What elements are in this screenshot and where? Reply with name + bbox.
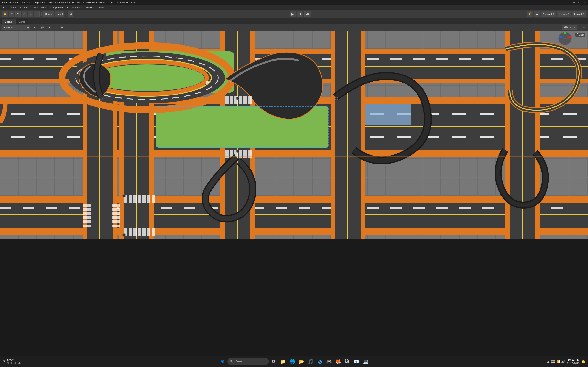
taskbar-app-3[interactable]: 🎮	[325, 357, 333, 366]
task-view-button[interactable]: ⧉	[270, 357, 278, 366]
svg-rect-141	[133, 195, 137, 203]
pivot-center-button[interactable]: Center	[43, 11, 54, 17]
menu-assets[interactable]: Assets	[18, 6, 29, 9]
tab-game[interactable]: Game	[15, 19, 28, 24]
grid-overlay-toggle[interactable]: ⊞	[60, 25, 65, 30]
taskbar-file-explorer[interactable]: 📁	[279, 357, 287, 366]
menu-gameobject[interactable]: GameObject	[30, 6, 48, 9]
menu-edit[interactable]: Edit	[10, 6, 18, 9]
svg-rect-169	[243, 96, 247, 104]
layers-chevron-icon: ▾	[568, 12, 569, 15]
close-button[interactable]: ✕	[582, 0, 586, 5]
step-button[interactable]: ⏭	[304, 11, 311, 17]
account-dropdown[interactable]: Account ▾	[541, 11, 556, 17]
scene-tabs: Scene Game	[0, 18, 588, 24]
scale-tool-button[interactable]: ⤢	[22, 11, 27, 17]
hand-tool-button[interactable]: ✋	[2, 11, 8, 17]
svg-rect-151	[147, 227, 150, 236]
pivot-local-button[interactable]: Local	[55, 11, 64, 17]
svg-rect-72	[390, 58, 402, 60]
taskbar-app-2[interactable]: ◎	[316, 357, 324, 366]
notification-icon[interactable]: 🔔	[581, 360, 585, 363]
2d-toggle[interactable]: 2D	[31, 25, 38, 30]
svg-point-180	[100, 97, 103, 100]
svg-rect-57	[46, 58, 57, 60]
taskbar-firefox[interactable]: 🦊	[334, 357, 342, 366]
taskbar-app-1[interactable]: 🎵	[306, 357, 315, 366]
layout-label: Layout	[574, 13, 582, 15]
menu-component[interactable]: Component	[48, 6, 65, 9]
extra-tool-button[interactable]: ⊡	[68, 11, 73, 17]
gizmos-button[interactable]: Gizmos ▾	[562, 25, 577, 30]
title-bar: Sci-Fi Modular Road Pack Components - Sc…	[0, 0, 588, 5]
svg-rect-155	[83, 212, 91, 215]
tray-keyboard-icon[interactable]: ⌨	[551, 360, 555, 363]
svg-rect-102	[390, 207, 402, 209]
layers-dropdown[interactable]: Layers ▾	[557, 11, 571, 17]
menu-help[interactable]: Help	[97, 6, 106, 9]
svg-rect-26	[480, 113, 494, 115]
svg-text:X: X	[571, 36, 572, 38]
tray-icons: ▲ ⌨ 📶 🔊	[547, 360, 565, 363]
move-tool-button[interactable]: ✥	[9, 11, 15, 17]
svg-rect-71	[367, 58, 379, 60]
pause-button[interactable]: ⏸	[297, 11, 303, 17]
system-clock[interactable]: 10:11 PM 11/25/2023	[567, 358, 579, 365]
svg-rect-161	[112, 212, 120, 215]
svg-rect-106	[482, 207, 494, 209]
tray-network-icon[interactable]: 📶	[556, 360, 560, 363]
taskbar-app-5[interactable]: 📧	[352, 357, 361, 366]
maximize-button[interactable]: □	[577, 0, 581, 5]
svg-rect-79	[551, 58, 563, 60]
cloud-icon[interactable]: ☁	[534, 11, 540, 17]
tab-scene[interactable]: Scene	[2, 19, 15, 24]
svg-point-182	[236, 150, 239, 152]
tray-volume-icon[interactable]: 🔊	[561, 360, 565, 363]
svg-rect-170	[248, 96, 251, 104]
svg-rect-93	[184, 207, 195, 209]
svg-rect-87	[46, 207, 57, 209]
weather-condition: Mostly cloudy	[7, 362, 21, 365]
svg-rect-150	[142, 227, 146, 236]
toolbar-right: ⚡ ☁ Account ▾ Layers ▾ Layout ▾	[527, 11, 586, 17]
stats-toggle[interactable]: ≡	[53, 25, 58, 30]
start-button[interactable]: ⊞	[218, 357, 226, 366]
tray-up-arrow-icon[interactable]: ▲	[547, 360, 550, 363]
layout-dropdown[interactable]: Layout ▾	[572, 11, 586, 17]
shading-mode-select[interactable]: Shaded Wireframe Shaded Wireframe	[2, 25, 30, 30]
weather-icon: 🌤	[3, 360, 6, 363]
layers-label: Layers	[559, 13, 567, 15]
taskbar-folder[interactable]: 📂	[297, 357, 305, 366]
svg-rect-44	[397, 136, 411, 138]
svg-rect-145	[152, 195, 155, 203]
rect-tool-button[interactable]: ▭	[28, 11, 33, 17]
taskbar-app-6[interactable]: 💻	[362, 357, 370, 366]
all-layers-toggle[interactable]: All	[580, 25, 586, 30]
menu-window[interactable]: Window	[84, 6, 97, 9]
svg-rect-144	[147, 195, 150, 203]
weather-details: 26°C Mostly cloudy	[7, 359, 21, 365]
svg-rect-157	[83, 220, 91, 223]
window-title: Sci-Fi Modular Road Pack Components - Sc…	[2, 1, 135, 4]
svg-rect-85	[0, 207, 11, 209]
taskbar-edge[interactable]: 🌐	[288, 357, 296, 366]
svg-point-185	[123, 234, 125, 236]
rotate-tool-button[interactable]: ↻	[15, 11, 21, 17]
taskbar: ⊞ 🔍 Search ⧉ 📁 🌐 📂 🎵 ◎ 🎮 🦊 🖼 📧 💻	[218, 357, 370, 366]
menu-file[interactable]: File	[1, 6, 9, 9]
search-bar[interactable]: 🔍 Search	[227, 358, 269, 365]
svg-rect-10	[39, 113, 53, 115]
menu-cinemachine[interactable]: Cinemachine	[65, 6, 84, 9]
tab-game-label: Game	[18, 20, 25, 23]
orientation-gizmo[interactable]: X Y Z	[558, 32, 572, 45]
play-button[interactable]: ▶	[290, 11, 296, 17]
svg-rect-73	[414, 58, 425, 60]
effects-toggle[interactable]: ✦	[47, 25, 52, 30]
toolbar-separator-2	[66, 12, 66, 16]
audio-toggle[interactable]: 🔊	[39, 25, 45, 30]
minimize-button[interactable]: ─	[572, 0, 576, 5]
collab-icon[interactable]: ⚡	[527, 11, 533, 17]
transform-tool-button[interactable]: ⊹	[34, 11, 40, 17]
taskbar-app-4[interactable]: 🖼	[343, 357, 351, 366]
scene-viewport[interactable]: Persp X Y Z	[0, 31, 588, 240]
